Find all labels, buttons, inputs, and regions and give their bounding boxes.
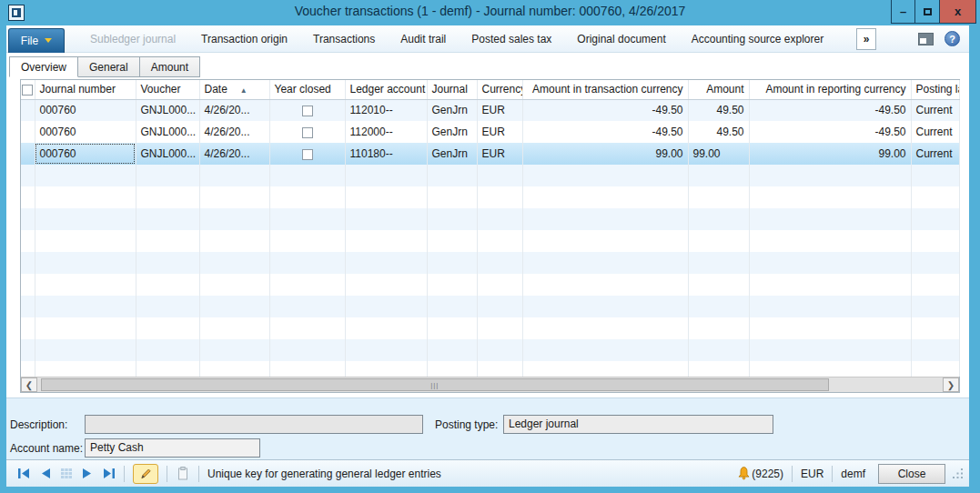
menu-item-subledger-journal: Subledger journal <box>90 33 176 45</box>
paste-icon[interactable] <box>176 466 190 481</box>
chevron-down-icon <box>45 38 52 43</box>
transactions-grid: Journal number Voucher Date▲ Year closed… <box>20 79 960 393</box>
horizontal-scrollbar[interactable]: ❮ ||| ❯ <box>21 377 959 392</box>
tab-general[interactable]: General <box>77 56 140 77</box>
col-header-amount-reporting[interactable]: Amount in reporting currency <box>749 80 911 99</box>
tab-strip: Overview General Amount <box>9 56 199 77</box>
col-header-currency[interactable]: Currency <box>477 80 522 99</box>
menu-item-posted-sales-tax[interactable]: Posted sales tax <box>471 33 551 45</box>
minimize-icon: – <box>900 5 906 18</box>
maximize-button[interactable] <box>915 0 940 24</box>
year-closed-checkbox[interactable] <box>302 149 313 160</box>
next-record-icon[interactable] <box>81 468 94 479</box>
hscroll-grip: ||| <box>430 381 439 389</box>
select-all-checkbox[interactable] <box>22 85 33 96</box>
divider <box>832 466 833 482</box>
maximize-icon <box>924 8 932 15</box>
description-field[interactable] <box>85 415 423 434</box>
file-menu-button[interactable]: File <box>8 28 65 53</box>
account-name-field[interactable]: Petty Cash <box>85 438 260 458</box>
hscroll-left-icon[interactable]: ❮ <box>21 377 37 392</box>
col-header-journal-number[interactable]: Journal number <box>35 80 136 99</box>
first-record-icon[interactable] <box>17 468 31 479</box>
notifications-bell-icon[interactable] <box>736 466 752 481</box>
col-header-amount[interactable]: Amount <box>688 80 749 99</box>
grid-header-row: Journal number Voucher Date▲ Year closed… <box>21 80 959 99</box>
menu-item-transaction-origin[interactable]: Transaction origin <box>201 33 288 45</box>
divider <box>198 466 199 482</box>
previous-record-icon[interactable] <box>39 468 52 479</box>
divider <box>792 466 793 482</box>
layout-icon[interactable] <box>918 33 934 45</box>
hscroll-right-icon[interactable]: ❯ <box>943 377 959 392</box>
edit-mode-button[interactable] <box>133 464 158 484</box>
col-header-posting-layer[interactable]: Posting la <box>911 80 959 99</box>
status-message: Unique key for generating general ledger… <box>207 468 441 480</box>
menu-item-original-document[interactable]: Original document <box>577 33 665 45</box>
tab-amount[interactable]: Amount <box>139 56 200 77</box>
divider <box>167 466 167 482</box>
posting-type-field[interactable]: Ledger journal <box>503 415 773 434</box>
table-row[interactable]: 000760 GNJL000... 4/26/20... 112000-- Ge… <box>21 121 959 143</box>
minimize-button[interactable]: – <box>891 0 915 24</box>
close-window-button[interactable]: x <box>940 0 976 24</box>
menu-item-audit-trail[interactable]: Audit trail <box>400 33 446 45</box>
menu-item-accounting-source-explorer[interactable]: Accounting source explorer <box>692 33 823 45</box>
pencil-icon <box>139 467 153 480</box>
currency-indicator: EUR <box>801 468 823 480</box>
col-header-date[interactable]: Date▲ <box>199 80 269 99</box>
hscroll-thumb[interactable]: ||| <box>41 378 829 391</box>
hscroll-track[interactable]: ||| <box>37 377 943 392</box>
sort-asc-icon: ▲ <box>240 86 248 95</box>
status-bar: Unique key for generating general ledger… <box>6 459 969 487</box>
year-closed-checkbox[interactable] <box>302 127 313 138</box>
company-indicator[interactable]: demf <box>841 468 865 480</box>
voucher-transactions-window: Voucher transactions (1 - demf) - Journa… <box>0 0 980 493</box>
tab-overview[interactable]: Overview <box>9 56 78 77</box>
resize-grip[interactable] <box>953 468 964 479</box>
col-header-voucher[interactable]: Voucher <box>136 80 199 99</box>
file-menu-label: File <box>21 35 38 47</box>
menu-item-transactions[interactable]: Transactions <box>313 33 375 45</box>
table-row-selected[interactable]: 000760 GNJL000... 4/26/20... 110180-- Ge… <box>21 143 959 165</box>
overflow-icon[interactable]: » <box>856 28 876 50</box>
detail-form: Description: Posting type: Ledger journa… <box>6 397 969 459</box>
col-header-date-label: Date <box>205 83 227 96</box>
year-closed-checkbox[interactable] <box>302 106 313 116</box>
help-icon[interactable]: ? <box>945 31 960 46</box>
notification-count[interactable]: (9225) <box>752 468 783 480</box>
menu-bar: File Subledger journal Transaction origi… <box>6 25 969 53</box>
window-title: Voucher transactions (1 - demf) - Journa… <box>0 4 980 18</box>
col-header-ledger-account[interactable]: Ledger account <box>345 80 427 99</box>
account-name-label: Account name: <box>10 442 83 455</box>
table-row[interactable]: 000760 GNJL000... 4/26/20... 112010-- Ge… <box>21 99 959 121</box>
window-bottom-border <box>0 487 980 493</box>
col-header-amount-transaction[interactable]: Amount in transaction currency <box>522 80 688 99</box>
last-record-icon[interactable] <box>102 468 116 479</box>
grid-empty-area <box>21 165 959 377</box>
close-icon: x <box>955 5 961 18</box>
posting-type-label: Posting type: <box>435 418 498 431</box>
divider <box>124 466 125 482</box>
close-button[interactable]: Close <box>878 464 945 484</box>
title-bar: Voucher transactions (1 - demf) - Journa… <box>0 0 980 25</box>
grid-view-icon[interactable] <box>60 468 73 479</box>
description-label: Description: <box>10 418 67 431</box>
col-header-journal[interactable]: Journal <box>427 80 477 99</box>
col-header-year-closed[interactable]: Year closed <box>269 80 345 99</box>
